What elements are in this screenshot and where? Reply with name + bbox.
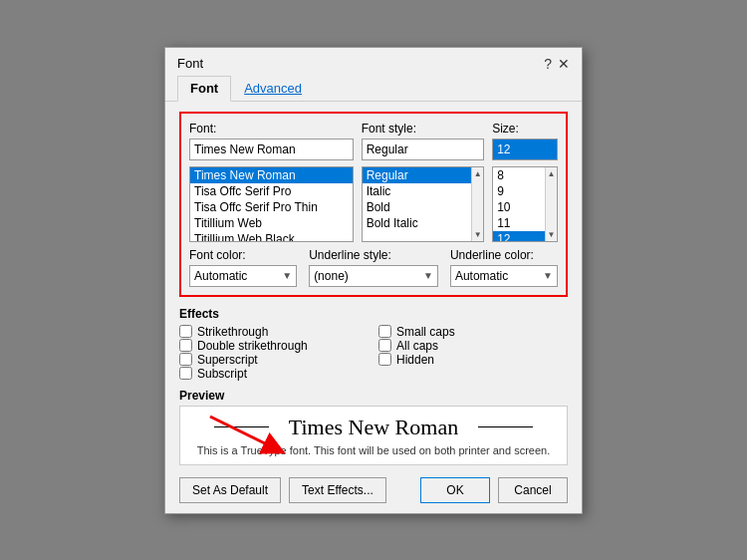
font-list[interactable]: Times New Roman Tisa Offc Serif Pro Tisa…: [189, 166, 354, 242]
font-inputs-row: Font: Font style: Size:: [189, 122, 558, 160]
dialog-body: Font: Font style: Size: Times New: [165, 112, 582, 513]
preview-info: This is a TrueType font. This font will …: [197, 444, 550, 456]
size-list-item[interactable]: 12: [493, 231, 545, 241]
font-list-item[interactable]: Titillium Web Black: [190, 231, 353, 241]
small-caps-checkbox[interactable]: Small caps: [378, 325, 568, 339]
preview-box: Times New Roman This is a TrueType font.…: [179, 406, 568, 465]
all-caps-input[interactable]: [378, 339, 391, 352]
font-color-label: Font color:: [189, 248, 297, 262]
underline-style-col: Underline style: (none) ▼: [309, 248, 438, 287]
font-list-col: Times New Roman Tisa Offc Serif Pro Tisa…: [189, 166, 354, 242]
font-color-value: Automatic: [194, 269, 247, 283]
subscript-label: Subscript: [197, 367, 247, 381]
effects-grid: Strikethrough Double strikethrough Super…: [179, 325, 568, 381]
tab-font[interactable]: Font: [177, 76, 231, 102]
font-list-item[interactable]: Times New Roman: [190, 167, 353, 183]
help-icon[interactable]: ?: [544, 56, 552, 72]
underline-style-label: Underline style:: [309, 248, 438, 262]
size-list[interactable]: 8 9 10 11 12 ▲ ▼: [492, 166, 558, 242]
font-color-dropdown[interactable]: Automatic ▼: [189, 265, 297, 287]
font-dialog: Font ? ✕ Font Advanced Font: Font style:: [164, 47, 583, 514]
subscript-checkbox[interactable]: Subscript: [179, 367, 369, 381]
font-label: Font:: [189, 122, 354, 136]
effects-col2: Small caps All caps Hidden: [378, 325, 568, 381]
underline-style-value: (none): [314, 269, 349, 283]
subscript-input[interactable]: [179, 367, 192, 380]
text-effects-button[interactable]: Text Effects...: [289, 477, 386, 503]
hidden-label: Hidden: [396, 353, 434, 367]
preview-line-left: [214, 426, 269, 428]
font-col: Font:: [189, 122, 354, 160]
underline-style-dropdown[interactable]: (none) ▼: [309, 265, 438, 287]
hidden-input[interactable]: [378, 353, 391, 366]
font-color-col: Font color: Automatic ▼: [189, 248, 297, 287]
cancel-button[interactable]: Cancel: [498, 477, 568, 503]
strikethrough-checkbox[interactable]: Strikethrough: [179, 325, 369, 339]
underline-style-arrow: ▼: [423, 270, 433, 281]
style-list-item[interactable]: Bold: [363, 199, 471, 215]
double-strikethrough-input[interactable]: [179, 339, 192, 352]
set-default-button[interactable]: Set As Default: [179, 477, 281, 503]
hidden-checkbox[interactable]: Hidden: [378, 353, 568, 367]
tab-bar: Font Advanced: [165, 76, 582, 102]
font-list-item[interactable]: Tisa Offc Serif Pro: [190, 183, 353, 199]
button-row: Set As Default Text Effects... OK Cancel: [179, 473, 568, 503]
style-input[interactable]: [362, 139, 484, 160]
title-bar: Font ? ✕: [165, 48, 582, 76]
style-list[interactable]: Regular Italic Bold Bold Italic ▲ ▼: [362, 166, 484, 242]
size-col: Size:: [492, 122, 558, 160]
color-row: Font color: Automatic ▼ Underline style:…: [189, 248, 558, 287]
strikethrough-label: Strikethrough: [197, 325, 268, 339]
style-label: Font style:: [362, 122, 484, 136]
size-list-col: 8 9 10 11 12 ▲ ▼: [492, 166, 558, 242]
close-icon[interactable]: ✕: [558, 56, 570, 72]
small-caps-input[interactable]: [378, 325, 391, 338]
underline-color-label: Underline color:: [450, 248, 558, 262]
style-list-item[interactable]: Italic: [363, 183, 471, 199]
title-controls: ? ✕: [544, 56, 570, 72]
all-caps-label: All caps: [396, 339, 438, 353]
superscript-checkbox[interactable]: Superscript: [179, 353, 369, 367]
double-strikethrough-checkbox[interactable]: Double strikethrough: [179, 339, 369, 353]
size-list-item[interactable]: 11: [493, 215, 545, 231]
preview-line-right: [478, 426, 533, 428]
strikethrough-input[interactable]: [179, 325, 192, 338]
underline-color-arrow: ▼: [543, 270, 553, 281]
font-list-item[interactable]: Tisa Offc Serif Pro Thin: [190, 199, 353, 215]
size-list-item[interactable]: 10: [493, 199, 545, 215]
size-input[interactable]: [492, 139, 558, 160]
ok-button[interactable]: OK: [420, 477, 490, 503]
superscript-label: Superscript: [197, 353, 258, 367]
preview-label: Preview: [179, 389, 568, 403]
effects-section: Effects Strikethrough Double strikethrou…: [179, 307, 568, 381]
font-section: Font: Font style: Size: Times New: [179, 112, 568, 297]
style-list-item[interactable]: Regular: [363, 167, 471, 183]
size-label: Size:: [492, 122, 558, 136]
font-color-arrow: ▼: [282, 270, 292, 281]
preview-font-name: Times New Roman: [192, 415, 555, 440]
underline-color-value: Automatic: [455, 269, 508, 283]
font-input[interactable]: [189, 139, 354, 160]
style-list-item[interactable]: Bold Italic: [363, 215, 471, 231]
superscript-input[interactable]: [179, 353, 192, 366]
dialog-title: Font: [177, 56, 203, 71]
preview-text: Times New Roman: [289, 415, 458, 440]
double-strikethrough-label: Double strikethrough: [197, 339, 308, 353]
underline-color-col: Underline color: Automatic ▼: [450, 248, 558, 287]
effects-col1: Strikethrough Double strikethrough Super…: [179, 325, 369, 381]
font-lists-row: Times New Roman Tisa Offc Serif Pro Tisa…: [189, 166, 558, 242]
size-list-item[interactable]: 8: [493, 167, 545, 183]
tab-advanced[interactable]: Advanced: [231, 76, 315, 102]
font-list-item[interactable]: Titillium Web: [190, 215, 353, 231]
underline-color-dropdown[interactable]: Automatic ▼: [450, 265, 558, 287]
size-list-item[interactable]: 9: [493, 183, 545, 199]
all-caps-checkbox[interactable]: All caps: [378, 339, 568, 353]
style-list-col: Regular Italic Bold Bold Italic ▲ ▼: [362, 166, 484, 242]
style-col: Font style:: [362, 122, 484, 160]
small-caps-label: Small caps: [396, 325, 455, 339]
effects-title: Effects: [179, 307, 568, 321]
preview-section: Preview Times New Roman This is a: [179, 389, 568, 465]
